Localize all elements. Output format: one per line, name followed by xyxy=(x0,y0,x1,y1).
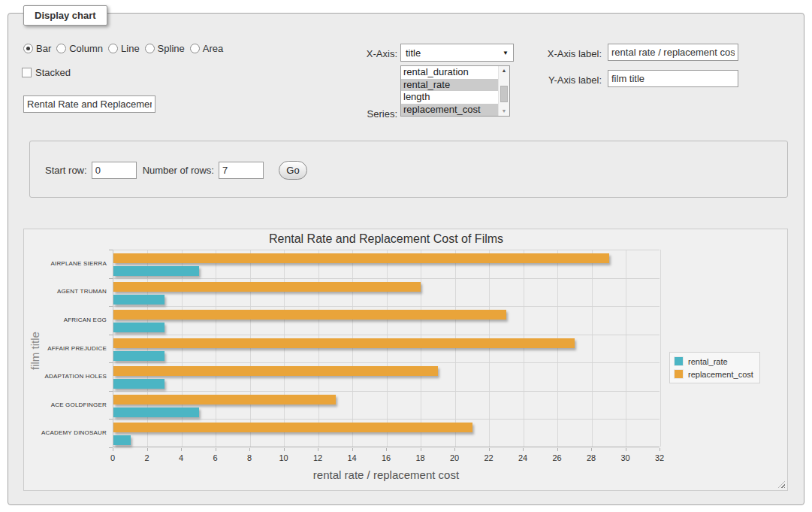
radio-icon[interactable] xyxy=(108,44,118,53)
resize-handle-icon[interactable] xyxy=(778,481,785,488)
scroll-down-icon[interactable]: ▼ xyxy=(499,107,509,116)
y-axis-tick xyxy=(109,362,113,363)
x-axis-tick-label: 14 xyxy=(341,453,364,462)
gridline xyxy=(318,250,319,447)
y-axis-label-field-label: Y-Axis label: xyxy=(527,74,602,86)
gridline xyxy=(592,250,593,447)
number-of-rows-label: Number of rows: xyxy=(143,165,214,176)
bar-replacement_cost-agent-truman xyxy=(113,282,421,292)
x-axis-tick xyxy=(113,448,113,451)
x-axis-tick xyxy=(216,448,216,451)
bar-rental_rate-african-egg xyxy=(113,323,165,332)
x-axis-tick xyxy=(557,448,558,451)
gridline xyxy=(113,250,660,250)
legend-item-replacement_cost[interactable]: replacement_cost xyxy=(674,369,753,379)
gridline xyxy=(455,250,456,447)
row-range-box: Start row: Number of rows: Go xyxy=(29,141,788,198)
chart-type-radio-bar[interactable]: Bar xyxy=(23,43,51,54)
category-label: AFRICAN EGG xyxy=(24,317,107,323)
bar-replacement_cost-ace-goldfinger xyxy=(113,395,336,404)
x-axis-tick xyxy=(421,448,421,451)
bar-replacement_cost-african-egg xyxy=(113,310,506,320)
x-axis-tick xyxy=(454,448,455,451)
x-axis-tick-label: 20 xyxy=(443,453,466,462)
x-axis-tick xyxy=(523,448,524,451)
radio-icon[interactable] xyxy=(23,44,33,53)
gridline xyxy=(387,250,388,447)
gridline xyxy=(524,250,524,447)
start-row-input[interactable] xyxy=(92,162,137,179)
bar-rental_rate-adaptation-holes xyxy=(113,379,165,389)
gridline xyxy=(113,278,660,279)
bar-rental_rate-ace-goldfinger xyxy=(113,407,199,417)
legend-label: replacement_cost xyxy=(688,370,753,379)
series-listbox[interactable]: rental_durationrental_ratelengthreplacem… xyxy=(400,65,510,117)
series-option-rental_duration[interactable]: rental_duration xyxy=(401,66,498,79)
chart-type-radio-column[interactable]: Column xyxy=(56,43,103,54)
x-axis-tick-label: 18 xyxy=(409,453,432,462)
display-chart-panel: Display chart BarColumnLineSplineArea St… xyxy=(8,13,804,505)
series-option-replacement_cost[interactable]: replacement_cost xyxy=(401,104,498,117)
series-option-length[interactable]: length xyxy=(401,91,498,104)
gridline xyxy=(352,250,353,447)
category-label: ADAPTATION HOLES xyxy=(24,373,107,380)
bar-rental_rate-agent-truman xyxy=(113,295,165,304)
scroll-up-icon[interactable]: ▲ xyxy=(499,66,509,75)
number-of-rows-input[interactable] xyxy=(219,162,264,179)
x-axis-tick xyxy=(318,448,318,451)
x-axis-tick-label: 4 xyxy=(170,453,192,462)
chart-type-radio-label: Spline xyxy=(158,43,185,54)
x-axis-tick xyxy=(147,448,148,451)
x-axis-selected-value: title xyxy=(406,47,421,59)
radio-icon[interactable] xyxy=(190,44,200,53)
legend-swatch-icon xyxy=(674,356,684,366)
radio-icon[interactable] xyxy=(145,44,155,53)
stacked-checkbox[interactable] xyxy=(22,68,32,77)
y-axis-tick xyxy=(109,250,113,250)
radio-icon[interactable] xyxy=(56,44,66,53)
x-axis-tick xyxy=(181,448,182,451)
x-axis-tick xyxy=(352,448,353,451)
chart-type-radio-area[interactable]: Area xyxy=(190,43,223,54)
x-axis-tick xyxy=(249,448,250,451)
chart-container: Rental Rate and Replacement Cost of Film… xyxy=(23,229,788,491)
y-axis-tick xyxy=(109,419,113,420)
bar-rental_rate-affair-prejudice xyxy=(113,351,165,361)
x-axis-select[interactable]: title ▼ xyxy=(400,44,514,62)
x-axis-tick xyxy=(591,448,592,451)
go-button[interactable]: Go xyxy=(279,161,307,180)
legend-item-rental_rate[interactable]: rental_rate xyxy=(674,356,753,366)
panel-title: Display chart xyxy=(23,5,107,26)
y-axis-tick xyxy=(109,391,113,392)
category-label: ACE GOLDFINGER xyxy=(24,401,107,408)
x-axis-label-field-label: X-Axis label: xyxy=(527,48,602,59)
x-axis-tick-label: 16 xyxy=(375,453,397,462)
series-option-rental_rate[interactable]: rental_rate xyxy=(401,79,498,92)
bar-replacement_cost-adaptation-holes xyxy=(113,366,438,376)
gridline xyxy=(557,250,558,447)
chart-legend: rental_ratereplacement_cost xyxy=(669,352,760,383)
gridline xyxy=(113,306,660,307)
category-label: AGENT TRUMAN xyxy=(24,288,107,295)
chart-type-radio-spline[interactable]: Spline xyxy=(145,43,185,54)
category-label: AIRPLANE SIERRA xyxy=(24,260,107,267)
y-axis-label-input[interactable] xyxy=(608,70,738,87)
series-options: rental_durationrental_ratelengthreplacem… xyxy=(401,66,498,116)
x-axis-tick-label: 2 xyxy=(136,453,158,462)
x-axis-label-input[interactable] xyxy=(608,44,738,61)
y-axis-tick xyxy=(109,306,113,307)
bar-rental_rate-airplane-sierra xyxy=(113,266,199,276)
x-axis-tick-label: 0 xyxy=(101,453,124,462)
series-listbox-scrollbar[interactable]: ▲ ▼ xyxy=(498,66,509,116)
gridline xyxy=(113,391,660,392)
scrollbar-thumb[interactable] xyxy=(500,86,508,102)
x-axis-tick-label: 12 xyxy=(306,453,329,462)
gridline xyxy=(113,362,660,363)
x-axis-tick-label: 32 xyxy=(648,453,671,462)
bar-rental_rate-academy-dinosaur xyxy=(113,435,131,445)
y-axis-title: film title xyxy=(29,332,41,370)
chart-title-input[interactable] xyxy=(23,95,155,113)
chart-type-radio-label: Bar xyxy=(36,43,51,54)
chart-type-radio-line[interactable]: Line xyxy=(108,43,140,54)
gridline xyxy=(626,250,626,447)
